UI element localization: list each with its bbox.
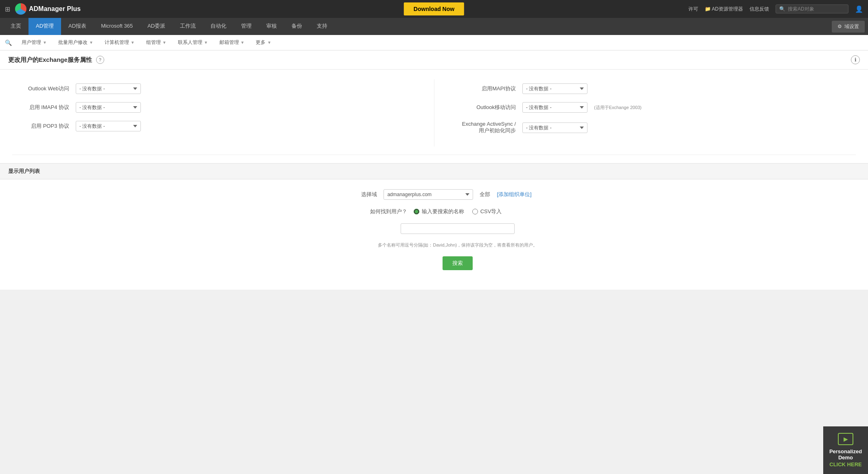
- sub-nav-mailbox-manage[interactable]: 邮箱管理 ▼: [215, 35, 250, 50]
- top-banner-left: ⊞ ADManager Plus: [5, 3, 81, 15]
- outlook-mobile-note: (适用于Exchange 2003): [594, 105, 642, 111]
- find-user-row: 如何找到用户？ 输入要搜索的名称 CSV导入: [366, 208, 502, 215]
- sub-nav-more[interactable]: 更多 ▼: [251, 35, 276, 50]
- search-box[interactable]: 🔍: [776, 4, 848, 13]
- gear-icon: ⚙: [837, 24, 842, 29]
- tab-backup[interactable]: 备份: [284, 18, 309, 35]
- download-button[interactable]: Download Now: [404, 2, 464, 15]
- ad-resources-link[interactable]: 📁 AD资源管理器: [705, 6, 743, 13]
- search-input[interactable]: [788, 6, 845, 12]
- caret-icon: ▼: [241, 40, 245, 45]
- section-divider: 显示用户列表: [0, 163, 868, 179]
- outlook-mobile-select[interactable]: - 没有数据 -: [522, 102, 587, 113]
- user-list-form: 选择域 admanagerplus.com 全部 [添加组织单位] 如何找到用户…: [12, 189, 856, 270]
- sub-nav-user-manage[interactable]: 用户管理 ▼: [17, 35, 52, 50]
- domain-settings-button[interactable]: ⚙ 域设置: [832, 21, 865, 33]
- mapi-row: 启用MAPI协议 - 没有数据 -: [451, 83, 856, 94]
- imap4-label: 启用 IMAP4 协议: [12, 104, 69, 111]
- sub-nav-computer-manage[interactable]: 计算机管理 ▼: [100, 35, 140, 50]
- tab-ad-delegate[interactable]: AD委派: [140, 18, 173, 35]
- info-button[interactable]: ℹ: [851, 55, 860, 64]
- domain-label: 选择域: [336, 191, 377, 198]
- grid-icon[interactable]: ⊞: [5, 5, 10, 13]
- tab-workflow[interactable]: 工作流: [173, 18, 203, 35]
- sub-nav-batch-modify[interactable]: 批量用户修改 ▼: [53, 35, 98, 50]
- section-title: 显示用户列表: [8, 168, 40, 174]
- caret-icon: ▼: [162, 40, 167, 45]
- caret-icon: ▼: [204, 40, 208, 45]
- search-input-row: [353, 223, 515, 234]
- mapi-label: 启用MAPI协议: [451, 85, 516, 92]
- license-link[interactable]: 许可: [688, 6, 698, 13]
- mapi-select[interactable]: - 没有数据 -: [522, 83, 587, 94]
- activesync-row: Exchange ActiveSync / 用户初始化同步 - 没有数据 -: [451, 121, 856, 134]
- outlook-web-label: Outlook Web访问: [12, 85, 69, 92]
- nav-tabs: 主页 AD管理 AD报表 Microsoft 365 AD委派 工作流 自动化 …: [0, 18, 868, 35]
- domain-select[interactable]: admanagerplus.com: [384, 189, 473, 200]
- exchange-form-grid: Outlook Web访问 - 没有数据 - 启用 IMAP4 协议 - 没有数…: [12, 79, 856, 155]
- hint-row: 多个名称可用逗号分隔(如：David,John)，保持该字段为空，将查看所有的用…: [331, 242, 537, 248]
- radio-group: 输入要搜索的名称 CSV导入: [414, 208, 502, 215]
- sub-search-icon[interactable]: 🔍: [5, 39, 12, 46]
- domain-row: 选择域 admanagerplus.com 全部 [添加组织单位]: [336, 189, 531, 200]
- find-user-label: 如何找到用户？: [366, 208, 407, 215]
- tab-ad-report[interactable]: AD报表: [61, 18, 94, 35]
- activesync-label: Exchange ActiveSync / 用户初始化同步: [451, 121, 516, 134]
- logo-text: ADManager Plus: [29, 5, 81, 13]
- sub-nav: 🔍 用户管理 ▼ 批量用户修改 ▼ 计算机管理 ▼ 组管理 ▼ 联系人管理 ▼ …: [0, 35, 868, 50]
- tab-automation[interactable]: 自动化: [203, 18, 234, 35]
- main-content: Outlook Web访问 - 没有数据 - 启用 IMAP4 协议 - 没有数…: [0, 70, 868, 290]
- pop3-row: 启用 POP3 协议 - 没有数据 -: [12, 121, 434, 131]
- all-text: 全部: [480, 191, 490, 198]
- radio-csv-import-label: CSV导入: [480, 208, 502, 215]
- page-header: 更改用户的Exchange服务属性 ? ℹ: [0, 50, 868, 70]
- pop3-select[interactable]: - 没有数据 -: [76, 121, 141, 131]
- outlook-mobile-label: Outlook移动访问: [451, 104, 516, 111]
- radio-csv-import[interactable]: CSV导入: [472, 208, 502, 215]
- hint-text: 多个名称可用逗号分隔(如：David,John)，保持该字段为空，将查看所有的用…: [378, 242, 537, 248]
- activesync-select[interactable]: - 没有数据 -: [522, 122, 587, 133]
- tab-support[interactable]: 支持: [309, 18, 335, 35]
- sub-nav-group-manage[interactable]: 组管理 ▼: [141, 35, 171, 50]
- form-right: 启用MAPI协议 - 没有数据 - Outlook移动访问 - 没有数据 - (…: [434, 79, 856, 146]
- radio-input-search[interactable]: 输入要搜索的名称: [414, 208, 464, 215]
- feedback-link[interactable]: 信息反馈: [750, 6, 769, 13]
- logo-icon: [15, 3, 26, 15]
- user-icon[interactable]: 👤: [855, 5, 863, 13]
- search-btn-row: 搜索: [395, 256, 473, 270]
- outlook-mobile-row: Outlook移动访问 - 没有数据 - (适用于Exchange 2003): [451, 102, 856, 113]
- user-search-input[interactable]: [401, 223, 515, 234]
- radio-input-search-input[interactable]: [414, 209, 419, 214]
- tab-audit[interactable]: 审核: [259, 18, 284, 35]
- pop3-label: 启用 POP3 协议: [12, 122, 69, 130]
- search-button[interactable]: 搜索: [443, 256, 473, 270]
- radio-input-search-label: 输入要搜索的名称: [422, 208, 464, 215]
- radio-csv-import-input[interactable]: [472, 209, 478, 214]
- sub-nav-contact-manage[interactable]: 联系人管理 ▼: [173, 35, 213, 50]
- page-header-right: ℹ: [851, 55, 860, 64]
- tab-ad-manage[interactable]: AD管理: [28, 18, 61, 35]
- search-icon: 🔍: [779, 6, 785, 12]
- add-ou-link[interactable]: [添加组织单位]: [497, 191, 531, 198]
- folder-icon: 📁: [705, 6, 711, 12]
- page-title: 更改用户的Exchange服务属性: [8, 56, 92, 64]
- form-left: Outlook Web访问 - 没有数据 - 启用 IMAP4 协议 - 没有数…: [12, 79, 434, 146]
- outlook-web-row: Outlook Web访问 - 没有数据 -: [12, 83, 434, 94]
- tab-home[interactable]: 主页: [3, 18, 28, 35]
- caret-icon: ▼: [89, 40, 93, 45]
- logo-area: ADManager Plus: [15, 3, 81, 15]
- outlook-web-select[interactable]: - 没有数据 -: [76, 83, 141, 94]
- top-banner: ⊞ ADManager Plus Download Now 许可 📁 AD资源管…: [0, 0, 868, 18]
- tab-manage[interactable]: 管理: [234, 18, 259, 35]
- caret-icon: ▼: [131, 40, 135, 45]
- domain-settings-label: 域设置: [844, 23, 859, 30]
- help-icon[interactable]: ?: [96, 56, 104, 64]
- caret-icon: ▼: [43, 40, 47, 45]
- imap4-row: 启用 IMAP4 协议 - 没有数据 -: [12, 102, 434, 113]
- top-banner-right: 许可 📁 AD资源管理器 信息反馈 🔍 👤: [688, 4, 863, 13]
- tab-ms365[interactable]: Microsoft 365: [94, 18, 140, 35]
- imap4-select[interactable]: - 没有数据 -: [76, 102, 141, 113]
- user-list-section: 选择域 admanagerplus.com 全部 [添加组织单位] 如何找到用户…: [12, 179, 856, 280]
- caret-icon: ▼: [267, 40, 271, 45]
